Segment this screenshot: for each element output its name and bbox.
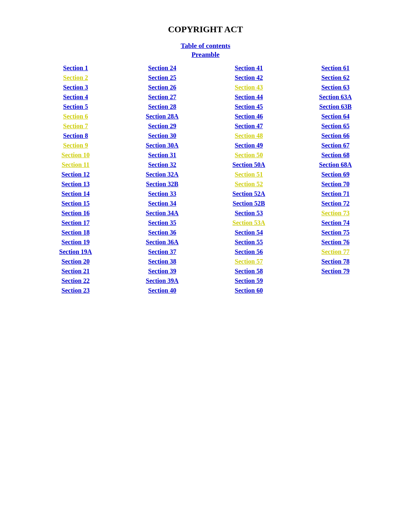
section-link-section-63a[interactable]: Section 63A bbox=[319, 94, 352, 100]
section-link-section-41[interactable]: Section 41 bbox=[235, 64, 263, 71]
section-link-section-64[interactable]: Section 64 bbox=[322, 113, 350, 120]
section-link-section-37[interactable]: Section 37 bbox=[148, 248, 176, 255]
section-link-section-55[interactable]: Section 55 bbox=[235, 239, 263, 245]
section-link-section-71[interactable]: Section 71 bbox=[322, 190, 350, 197]
section-link-section-8[interactable]: Section 8 bbox=[63, 132, 88, 139]
section-link-section-36[interactable]: Section 36 bbox=[148, 229, 176, 236]
section-link-section-4[interactable]: Section 4 bbox=[63, 94, 88, 100]
section-link-section-43[interactable]: Section 43 bbox=[235, 84, 263, 91]
section-link-section-31[interactable]: Section 31 bbox=[148, 152, 176, 158]
section-link-section-69[interactable]: Section 69 bbox=[322, 171, 350, 178]
section-link-section-16[interactable]: Section 16 bbox=[62, 210, 90, 216]
section-cell: Section 22 bbox=[32, 277, 119, 285]
section-link-section-46[interactable]: Section 46 bbox=[235, 113, 263, 120]
section-link-section-63b[interactable]: Section 63B bbox=[319, 103, 351, 110]
section-link-section-17[interactable]: Section 17 bbox=[62, 219, 90, 226]
section-link-section-32[interactable]: Section 32 bbox=[148, 161, 176, 168]
section-link-section-15[interactable]: Section 15 bbox=[62, 200, 90, 207]
section-link-section-14[interactable]: Section 14 bbox=[62, 190, 90, 197]
section-link-section-7[interactable]: Section 7 bbox=[63, 123, 88, 129]
section-link-section-68a[interactable]: Section 68A bbox=[319, 161, 352, 168]
section-link-section-76[interactable]: Section 76 bbox=[322, 239, 350, 245]
section-cell: Section 32 bbox=[119, 161, 206, 168]
section-link-section-53a[interactable]: Section 53A bbox=[232, 219, 265, 226]
section-link-section-28a[interactable]: Section 28A bbox=[146, 113, 179, 120]
section-link-section-45[interactable]: Section 45 bbox=[235, 103, 263, 110]
section-link-section-72[interactable]: Section 72 bbox=[322, 200, 350, 207]
section-link-section-62[interactable]: Section 62 bbox=[322, 74, 350, 81]
section-link-section-28[interactable]: Section 28 bbox=[148, 103, 176, 110]
section-link-section-11[interactable]: Section 11 bbox=[62, 161, 89, 168]
section-link-section-52b[interactable]: Section 52B bbox=[232, 200, 265, 207]
section-link-section-12[interactable]: Section 12 bbox=[62, 171, 90, 178]
section-link-section-26[interactable]: Section 26 bbox=[148, 84, 176, 91]
section-link-section-50a[interactable]: Section 50A bbox=[232, 161, 265, 168]
section-link-section-19[interactable]: Section 19 bbox=[62, 239, 90, 245]
section-link-section-74[interactable]: Section 74 bbox=[322, 219, 350, 226]
section-link-section-50[interactable]: Section 50 bbox=[235, 152, 263, 158]
section-link-section-19a[interactable]: Section 19A bbox=[59, 248, 92, 255]
section-link-section-32b[interactable]: Section 32B bbox=[146, 181, 178, 187]
section-link-section-51[interactable]: Section 51 bbox=[235, 171, 263, 178]
section-link-section-42[interactable]: Section 42 bbox=[235, 74, 263, 81]
section-link-section-48[interactable]: Section 48 bbox=[235, 132, 263, 139]
section-link-section-30[interactable]: Section 30 bbox=[148, 132, 176, 139]
section-link-section-52[interactable]: Section 52 bbox=[235, 181, 263, 187]
section-link-section-47[interactable]: Section 47 bbox=[235, 123, 263, 129]
section-link-section-65[interactable]: Section 65 bbox=[322, 123, 350, 129]
toc-link[interactable]: Table of contents bbox=[181, 42, 230, 50]
section-link-section-78[interactable]: Section 78 bbox=[322, 258, 350, 265]
section-link-section-54[interactable]: Section 54 bbox=[235, 229, 263, 236]
section-link-section-10[interactable]: Section 10 bbox=[62, 152, 90, 158]
section-link-section-59[interactable]: Section 59 bbox=[235, 277, 263, 284]
preamble-link[interactable]: Preamble bbox=[191, 51, 220, 58]
section-link-section-34[interactable]: Section 34 bbox=[148, 200, 176, 207]
section-link-section-3[interactable]: Section 3 bbox=[63, 84, 88, 91]
section-link-section-60[interactable]: Section 60 bbox=[235, 287, 263, 294]
section-link-section-34a[interactable]: Section 34A bbox=[146, 210, 179, 216]
section-link-section-49[interactable]: Section 49 bbox=[235, 142, 263, 149]
section-link-section-5[interactable]: Section 5 bbox=[63, 103, 88, 110]
section-cell: Section 54 bbox=[206, 229, 292, 236]
section-link-section-21[interactable]: Section 21 bbox=[62, 268, 90, 274]
section-link-section-66[interactable]: Section 66 bbox=[322, 132, 350, 139]
section-link-section-9[interactable]: Section 9 bbox=[63, 142, 88, 149]
section-link-section-35[interactable]: Section 35 bbox=[148, 219, 176, 226]
section-link-section-70[interactable]: Section 70 bbox=[322, 181, 350, 187]
section-link-section-39a[interactable]: Section 39A bbox=[146, 277, 179, 284]
section-link-section-39[interactable]: Section 39 bbox=[148, 268, 176, 274]
section-link-section-1[interactable]: Section 1 bbox=[63, 64, 88, 71]
section-link-section-6[interactable]: Section 6 bbox=[63, 113, 88, 120]
section-link-section-79[interactable]: Section 79 bbox=[322, 268, 350, 274]
section-link-section-67[interactable]: Section 67 bbox=[322, 142, 350, 149]
section-link-section-52a[interactable]: Section 52A bbox=[232, 190, 265, 197]
section-link-section-63[interactable]: Section 63 bbox=[322, 84, 350, 91]
section-link-section-53[interactable]: Section 53 bbox=[235, 210, 263, 216]
section-link-section-24[interactable]: Section 24 bbox=[148, 64, 176, 71]
section-link-section-75[interactable]: Section 75 bbox=[322, 229, 350, 236]
section-link-section-61[interactable]: Section 61 bbox=[322, 64, 350, 71]
section-link-section-23[interactable]: Section 23 bbox=[62, 287, 90, 294]
section-link-section-36a[interactable]: Section 36A bbox=[146, 239, 179, 245]
section-link-section-13[interactable]: Section 13 bbox=[62, 181, 90, 187]
section-link-section-22[interactable]: Section 22 bbox=[62, 277, 90, 284]
section-link-section-57[interactable]: Section 57 bbox=[235, 258, 263, 265]
section-link-section-38[interactable]: Section 38 bbox=[148, 258, 176, 265]
section-link-section-32a[interactable]: Section 32A bbox=[146, 171, 179, 178]
section-link-section-68[interactable]: Section 68 bbox=[322, 152, 350, 158]
section-link-section-56[interactable]: Section 56 bbox=[235, 248, 263, 255]
section-link-section-33[interactable]: Section 33 bbox=[148, 190, 176, 197]
section-link-section-18[interactable]: Section 18 bbox=[62, 229, 90, 236]
section-link-section-44[interactable]: Section 44 bbox=[235, 94, 263, 100]
section-link-section-20[interactable]: Section 20 bbox=[62, 258, 90, 265]
section-link-section-2[interactable]: Section 2 bbox=[63, 74, 88, 81]
section-link-section-30a[interactable]: Section 30A bbox=[146, 142, 179, 149]
section-link-section-27[interactable]: Section 27 bbox=[148, 94, 176, 100]
section-link-section-58[interactable]: Section 58 bbox=[235, 268, 263, 274]
section-link-section-25[interactable]: Section 25 bbox=[148, 74, 176, 81]
section-link-section-29[interactable]: Section 29 bbox=[148, 123, 176, 129]
section-link-section-40[interactable]: Section 40 bbox=[148, 287, 176, 294]
section-link-section-73[interactable]: Section 73 bbox=[322, 210, 350, 216]
section-cell: Section 15 bbox=[32, 200, 119, 207]
section-link-section-77[interactable]: Section 77 bbox=[322, 248, 350, 255]
